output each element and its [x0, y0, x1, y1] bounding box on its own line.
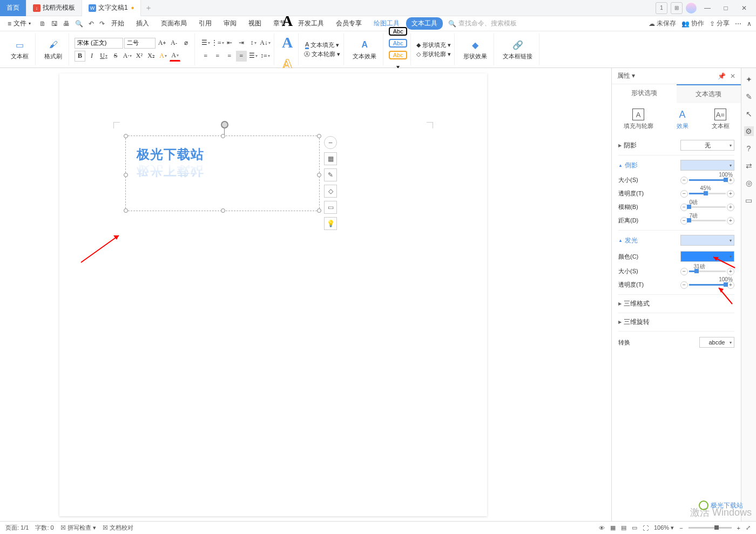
handle-tl[interactable]: [124, 134, 128, 138]
collab-button[interactable]: 👥协作: [681, 19, 704, 28]
handle-br[interactable]: [317, 208, 321, 213]
zoom-out-button[interactable]: −: [679, 525, 683, 531]
menu-member[interactable]: 会员专享: [330, 17, 367, 30]
reflection-preset-select[interactable]: [680, 160, 734, 171]
tab-template[interactable]: ↓ 找稻壳模板: [26, 0, 82, 16]
shape-style-3[interactable]: Abc: [389, 51, 407, 59]
more-menu-icon[interactable]: ⋯: [735, 20, 741, 28]
font-size-select[interactable]: [124, 38, 156, 49]
format-painter-button[interactable]: 🖌 格式刷: [41, 37, 65, 62]
rail-cursor-icon[interactable]: ↖: [744, 109, 754, 119]
menu-ref[interactable]: 引用: [193, 17, 217, 30]
status-fit-icon[interactable]: ⛶: [643, 525, 649, 531]
file-menu[interactable]: ≡ 文件 ▾: [4, 18, 34, 29]
shape-fill-button[interactable]: ◆形状填充▾: [416, 41, 451, 49]
reflection-opacity-slider[interactable]: − 45% +: [680, 190, 734, 198]
section-shadow[interactable]: ▶阴影: [618, 141, 637, 150]
status-page[interactable]: 页面: 1/1: [5, 524, 29, 532]
status-zoom[interactable]: 106% ▾: [654, 524, 674, 531]
font-name-select[interactable]: [75, 38, 123, 49]
handle-tr[interactable]: [317, 134, 321, 138]
font-color-button[interactable]: A: [170, 51, 180, 62]
section-reflection[interactable]: ▲倒影: [618, 161, 638, 170]
menu-view[interactable]: 视图: [243, 17, 267, 30]
float-shape-icon[interactable]: ◇: [324, 185, 337, 198]
status-spellcheck[interactable]: ☒ 拼写检查 ▾: [60, 524, 96, 532]
subscript-button[interactable]: X₂: [146, 51, 157, 62]
close-button[interactable]: ✕: [737, 2, 752, 15]
print-preview-icon[interactable]: 🔍: [75, 20, 83, 28]
menu-review[interactable]: 审阅: [218, 17, 242, 30]
wordart-style-1[interactable]: A: [282, 12, 293, 30]
save-icon[interactable]: 🖫: [51, 20, 58, 28]
subtab-effect[interactable]: A效果: [677, 109, 688, 130]
undo-icon[interactable]: ↶: [89, 20, 94, 28]
handle-mb[interactable]: [221, 208, 225, 213]
status-proofread[interactable]: ☒ 文档校对: [103, 524, 133, 532]
distribute-button[interactable]: ☰: [248, 51, 259, 62]
transform-select[interactable]: abcde: [699, 337, 734, 348]
bold-button[interactable]: B: [75, 51, 85, 62]
status-view2-icon[interactable]: ▤: [621, 524, 626, 531]
tab-document[interactable]: W 文字文稿1 •: [82, 0, 141, 16]
text-outline-button[interactable]: Ⓐ文本轮廓▾: [304, 50, 340, 58]
apps-icon[interactable]: ⊞: [671, 2, 683, 14]
new-tab-button[interactable]: ＋: [141, 3, 156, 13]
canvas[interactable]: 极光下载站 极光下载站 – ▦ ✎ ◇ ▭ 💡: [0, 68, 611, 522]
glow-size-slider[interactable]: − 31磅 +: [680, 268, 734, 275]
window-mode-icon[interactable]: 1: [656, 2, 667, 14]
line-spacing-button[interactable]: ↕≡: [260, 51, 271, 62]
emphasis-button[interactable]: A·: [122, 51, 133, 62]
print-icon[interactable]: 🖶: [63, 20, 70, 28]
wordart-style-2[interactable]: A: [282, 34, 293, 51]
unsaved-button[interactable]: ☁未保存: [649, 19, 676, 28]
highlight-button[interactable]: A: [158, 51, 168, 62]
user-avatar[interactable]: [686, 3, 697, 13]
section-glow[interactable]: ▲发光: [618, 236, 638, 245]
subtab-fill-outline[interactable]: A填充与轮廓: [624, 109, 653, 130]
align-justify-button[interactable]: ≡: [236, 51, 247, 62]
glow-opacity-slider[interactable]: − 100% +: [680, 281, 734, 289]
shape-outline-button[interactable]: ◇形状轮廓▾: [416, 50, 451, 58]
subtab-textbox[interactable]: A=文本框: [712, 109, 730, 130]
tab-shape-options[interactable]: 形状选项: [612, 84, 677, 103]
minimize-button[interactable]: —: [700, 2, 715, 15]
handle-bl[interactable]: [124, 208, 128, 213]
panel-title[interactable]: 属性 ▾: [617, 71, 635, 80]
float-collapse-icon[interactable]: –: [324, 136, 337, 149]
glow-color-select[interactable]: [680, 251, 734, 262]
section-3d-format[interactable]: ▶三维格式: [618, 299, 650, 308]
shadow-preset-select[interactable]: 无: [680, 140, 734, 151]
align-right-button[interactable]: ≡: [224, 51, 235, 62]
command-search[interactable]: 🔍 查找命令、搜索模板: [444, 18, 521, 29]
wordart-textbox[interactable]: 极光下载站 极光下载站: [125, 136, 320, 211]
zoom-in-button[interactable]: +: [737, 525, 740, 531]
status-view3-icon[interactable]: ▭: [632, 524, 637, 531]
float-idea-icon[interactable]: 💡: [324, 217, 337, 230]
collapse-ribbon-icon[interactable]: ∧: [747, 20, 752, 28]
glow-preset-select[interactable]: [680, 235, 734, 246]
indent-inc-button[interactable]: ⇥: [236, 38, 247, 49]
text-fill-button[interactable]: A文本填充▾: [305, 41, 339, 49]
menu-layout[interactable]: 页面布局: [156, 17, 192, 30]
menu-insert[interactable]: 插入: [131, 17, 154, 30]
text-effect-button[interactable]: A 文本效果: [349, 37, 380, 62]
rail-help-icon[interactable]: ?: [744, 144, 754, 153]
rail-settings-icon[interactable]: ⚙: [744, 126, 754, 136]
redo-icon[interactable]: ↷: [99, 20, 105, 28]
stepper-minus[interactable]: −: [680, 177, 688, 184]
menu-text-tool[interactable]: 文本工具: [406, 17, 443, 30]
handle-mr[interactable]: [317, 173, 321, 177]
maximize-button[interactable]: □: [718, 2, 733, 15]
textbox-button[interactable]: ▭ 文本框: [8, 37, 32, 62]
reflection-blur-slider[interactable]: − 0磅 +: [680, 204, 734, 211]
decrease-font-icon[interactable]: A-: [168, 38, 179, 49]
share-button[interactable]: ⇪分享: [710, 19, 730, 28]
rail-convert-icon[interactable]: ⇄: [744, 161, 754, 171]
strike-button[interactable]: S: [110, 51, 121, 62]
reflection-distance-slider[interactable]: − 7磅 +: [680, 217, 734, 225]
handle-mt[interactable]: [221, 134, 225, 138]
rail-pen-icon[interactable]: ✎: [744, 92, 754, 102]
reflection-size-slider[interactable]: − 100% +: [680, 177, 734, 184]
status-words[interactable]: 字数: 0: [35, 524, 53, 532]
